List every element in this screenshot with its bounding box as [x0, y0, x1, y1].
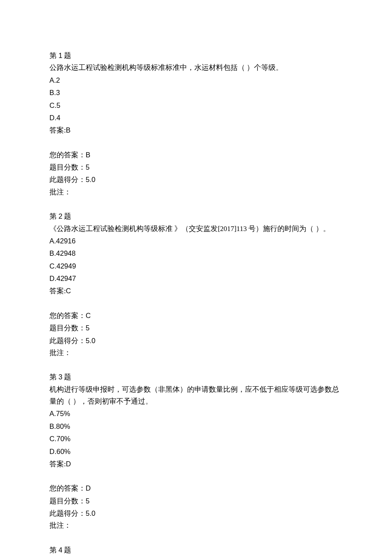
earned-score-value: 5.0: [86, 337, 95, 344]
question-score-label: 题目分数：: [49, 497, 86, 505]
option-text: 42948: [56, 249, 76, 257]
option-d: D.42947: [49, 272, 343, 285]
option-text: 4: [57, 114, 61, 121]
question-prefix: 第: [49, 212, 58, 220]
option-b: B.42948: [49, 247, 343, 260]
option-text: 2: [56, 76, 60, 84]
remark-line: 批注：: [49, 520, 343, 532]
option-label: D.: [49, 448, 57, 455]
question-suffix: 题: [62, 212, 71, 220]
option-text: 75%: [56, 410, 70, 417]
option-label: B.: [49, 249, 56, 257]
option-d: D.4: [49, 112, 343, 124]
question-stem: 机构进行等级申报时，可选参数（非黑体）的申请数量比例，应不低于相应等级可选参数总…: [49, 384, 343, 408]
your-answer-value: D: [86, 484, 91, 492]
question-heading: 第 3 题: [49, 371, 343, 383]
answer-label: 答案:: [49, 460, 66, 468]
question-score-label: 题目分数：: [49, 324, 86, 332]
question-block: 第 1 题 公路水运工程试验检测机构等级标准标准中，水运材料包括（ ）个等级。 …: [49, 49, 343, 137]
earned-score-value: 5.0: [86, 509, 95, 517]
remark-line: 批注：: [49, 347, 343, 359]
remark-label: 批注：: [49, 349, 71, 357]
question-number: 2: [58, 212, 62, 220]
earned-score-line: 此题得分：5.0: [49, 173, 343, 186]
question-score-value: 5: [86, 497, 89, 505]
question-suffix: 题: [62, 373, 71, 381]
remark-label: 批注：: [49, 188, 71, 196]
answer-label: 答案:: [49, 126, 66, 134]
your-answer-line: 您的答案：B: [49, 149, 343, 161]
question-score-label: 题目分数：: [49, 163, 86, 171]
option-label: A.: [49, 76, 56, 84]
score-block: 您的答案：B 题目分数：5 此题得分：5.0 批注：: [49, 149, 343, 199]
question-number: 4: [58, 546, 62, 554]
earned-score-line: 此题得分：5.0: [49, 335, 343, 347]
option-a: A.42916: [49, 235, 343, 247]
earned-score-line: 此题得分：5.0: [49, 507, 343, 520]
option-b: B.3: [49, 87, 343, 99]
question-score-line: 题目分数：5: [49, 322, 343, 334]
option-label: D.: [49, 114, 57, 121]
option-a: A.2: [49, 74, 343, 87]
question-suffix: 题: [62, 546, 71, 554]
option-text: 80%: [56, 422, 70, 430]
option-d: D.60%: [49, 445, 343, 458]
option-a: A.75%: [49, 408, 343, 420]
question-heading: 第 2 题: [49, 210, 343, 223]
question-stem: 公路水运工程试验检测机构等级标准标准中，水运材料包括（ ）个等级。: [49, 62, 343, 74]
option-label: C.: [49, 435, 57, 442]
question-block: 第 3 题 机构进行等级申报时，可选参数（非黑体）的申请数量比例，应不低于相应等…: [49, 371, 343, 470]
answer-line: 答案:B: [49, 124, 343, 136]
option-label: C.: [49, 101, 57, 109]
option-c: C.70%: [49, 433, 343, 445]
your-answer-label: 您的答案：: [49, 151, 86, 159]
question-stem: 《公路水运工程试验检测机构等级标准 》（交安监发[2017]113 号）施行的时…: [49, 223, 343, 235]
option-label: B.: [49, 422, 56, 430]
answer-line: 答案:C: [49, 285, 343, 297]
question-score-line: 题目分数：5: [49, 495, 343, 507]
option-label: D.: [49, 275, 57, 282]
option-text: 60%: [57, 448, 71, 455]
question-block: 第 2 题 《公路水运工程试验检测机构等级标准 》（交安监发[2017]113 …: [49, 210, 343, 298]
your-answer-label: 您的答案：: [49, 484, 86, 492]
question-heading: 第 1 题: [49, 49, 343, 62]
answer-value: C: [66, 287, 71, 295]
remark-label: 批注：: [49, 521, 71, 529]
option-label: A.: [49, 410, 56, 417]
document-page: 第 1 题 公路水运工程试验检测机构等级标准标准中，水运材料包括（ ）个等级。 …: [0, 0, 392, 555]
question-heading: 第 4 题: [49, 544, 343, 555]
option-text: 42916: [56, 237, 76, 245]
option-text: 42947: [57, 275, 76, 282]
your-answer-label: 您的答案：: [49, 312, 86, 320]
question-prefix: 第: [49, 52, 58, 60]
option-c: C.5: [49, 99, 343, 112]
answer-line: 答案:D: [49, 458, 343, 470]
answer-value: D: [66, 460, 71, 468]
earned-score-label: 此题得分：: [49, 509, 86, 517]
option-text: 5: [57, 101, 61, 109]
score-block: 您的答案：C 题目分数：5 此题得分：5.0 批注：: [49, 309, 343, 359]
option-b: B.80%: [49, 420, 343, 433]
answer-value: B: [66, 126, 71, 134]
earned-score-label: 此题得分：: [49, 176, 86, 184]
question-prefix: 第: [49, 373, 58, 381]
question-number: 3: [58, 373, 62, 381]
answer-label: 答案:: [49, 287, 66, 295]
earned-score-label: 此题得分：: [49, 337, 86, 345]
question-score-value: 5: [86, 163, 89, 171]
question-score-value: 5: [86, 324, 89, 332]
option-label: A.: [49, 237, 56, 245]
option-c: C.42949: [49, 260, 343, 272]
your-answer-line: 您的答案：C: [49, 309, 343, 322]
your-answer-line: 您的答案：D: [49, 482, 343, 494]
remark-line: 批注：: [49, 186, 343, 198]
your-answer-value: C: [86, 312, 91, 319]
option-label: C.: [49, 262, 57, 270]
question-block: 第 4 题 新版等级标准公路工程综合甲级的检测项目有（ ）项。 A.19 B.2…: [49, 544, 343, 555]
option-text: 42949: [57, 262, 76, 270]
earned-score-value: 5.0: [86, 176, 95, 183]
question-number: 1: [58, 52, 62, 59]
option-text: 70%: [57, 435, 71, 442]
question-prefix: 第: [49, 546, 58, 554]
question-suffix: 题: [62, 52, 71, 60]
